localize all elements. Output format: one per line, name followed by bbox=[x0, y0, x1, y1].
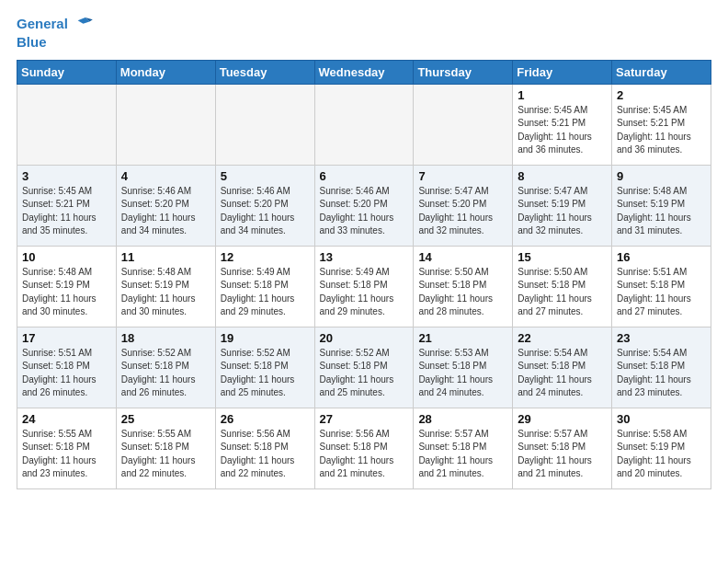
calendar-cell bbox=[17, 84, 117, 165]
calendar-cell: 10Sunrise: 5:48 AM Sunset: 5:19 PM Dayli… bbox=[17, 246, 117, 327]
calendar-cell: 4Sunrise: 5:46 AM Sunset: 5:20 PM Daylig… bbox=[116, 165, 215, 246]
day-info: Sunrise: 5:45 AM Sunset: 5:21 PM Dayligh… bbox=[22, 185, 111, 238]
day-number: 16 bbox=[617, 250, 706, 264]
day-info: Sunrise: 5:51 AM Sunset: 5:18 PM Dayligh… bbox=[22, 347, 111, 400]
calendar-cell: 29Sunrise: 5:57 AM Sunset: 5:18 PM Dayli… bbox=[513, 408, 612, 488]
calendar-cell: 5Sunrise: 5:46 AM Sunset: 5:20 PM Daylig… bbox=[215, 165, 314, 246]
day-info: Sunrise: 5:56 AM Sunset: 5:18 PM Dayligh… bbox=[221, 428, 310, 481]
day-number: 23 bbox=[617, 331, 706, 345]
day-number: 2 bbox=[617, 88, 706, 102]
day-info: Sunrise: 5:53 AM Sunset: 5:18 PM Dayligh… bbox=[418, 347, 507, 400]
weekday-header-row: SundayMondayTuesdayWednesdayThursdayFrid… bbox=[17, 60, 711, 84]
day-number: 13 bbox=[320, 250, 409, 264]
day-info: Sunrise: 5:55 AM Sunset: 5:18 PM Dayligh… bbox=[121, 428, 210, 481]
calendar-cell: 13Sunrise: 5:49 AM Sunset: 5:18 PM Dayli… bbox=[314, 246, 414, 327]
calendar-cell: 23Sunrise: 5:54 AM Sunset: 5:18 PM Dayli… bbox=[612, 327, 711, 408]
day-number: 21 bbox=[418, 331, 507, 345]
logo-text-blue: Blue bbox=[17, 35, 94, 51]
calendar-cell: 7Sunrise: 5:47 AM Sunset: 5:20 PM Daylig… bbox=[414, 165, 513, 246]
day-info: Sunrise: 5:56 AM Sunset: 5:18 PM Dayligh… bbox=[320, 428, 409, 481]
day-number: 28 bbox=[418, 412, 507, 426]
day-number: 1 bbox=[518, 88, 607, 102]
calendar-cell: 18Sunrise: 5:52 AM Sunset: 5:18 PM Dayli… bbox=[116, 327, 215, 408]
calendar-cell: 8Sunrise: 5:47 AM Sunset: 5:19 PM Daylig… bbox=[513, 165, 612, 246]
calendar-cell: 27Sunrise: 5:56 AM Sunset: 5:18 PM Dayli… bbox=[314, 408, 414, 488]
calendar-cell: 30Sunrise: 5:58 AM Sunset: 5:19 PM Dayli… bbox=[612, 408, 711, 488]
day-info: Sunrise: 5:45 AM Sunset: 5:21 PM Dayligh… bbox=[617, 104, 706, 157]
header: General Blue bbox=[17, 15, 711, 51]
calendar-week-5: 24Sunrise: 5:55 AM Sunset: 5:18 PM Dayli… bbox=[17, 408, 711, 488]
calendar-week-1: 1Sunrise: 5:45 AM Sunset: 5:21 PM Daylig… bbox=[17, 84, 711, 165]
day-info: Sunrise: 5:52 AM Sunset: 5:18 PM Dayligh… bbox=[221, 347, 310, 400]
calendar-cell bbox=[414, 84, 513, 165]
calendar-cell: 9Sunrise: 5:48 AM Sunset: 5:19 PM Daylig… bbox=[612, 165, 711, 246]
logo: General Blue bbox=[17, 15, 94, 51]
day-info: Sunrise: 5:46 AM Sunset: 5:20 PM Dayligh… bbox=[320, 185, 409, 238]
day-info: Sunrise: 5:55 AM Sunset: 5:18 PM Dayligh… bbox=[22, 428, 111, 481]
weekday-header-saturday: Saturday bbox=[612, 60, 711, 84]
calendar-cell: 21Sunrise: 5:53 AM Sunset: 5:18 PM Dayli… bbox=[414, 327, 513, 408]
calendar-cell: 25Sunrise: 5:55 AM Sunset: 5:18 PM Dayli… bbox=[116, 408, 215, 488]
day-info: Sunrise: 5:57 AM Sunset: 5:18 PM Dayligh… bbox=[418, 428, 507, 481]
day-info: Sunrise: 5:47 AM Sunset: 5:20 PM Dayligh… bbox=[418, 185, 507, 238]
day-number: 8 bbox=[518, 169, 607, 183]
calendar-cell: 20Sunrise: 5:52 AM Sunset: 5:18 PM Dayli… bbox=[314, 327, 414, 408]
calendar-cell: 19Sunrise: 5:52 AM Sunset: 5:18 PM Dayli… bbox=[215, 327, 314, 408]
weekday-header-thursday: Thursday bbox=[414, 60, 513, 84]
day-info: Sunrise: 5:58 AM Sunset: 5:19 PM Dayligh… bbox=[617, 428, 706, 481]
calendar-cell bbox=[314, 84, 414, 165]
calendar-table: SundayMondayTuesdayWednesdayThursdayFrid… bbox=[17, 60, 711, 489]
day-number: 7 bbox=[418, 169, 507, 183]
logo-text: General bbox=[17, 15, 94, 35]
day-number: 24 bbox=[22, 412, 111, 426]
calendar-cell: 2Sunrise: 5:45 AM Sunset: 5:21 PM Daylig… bbox=[612, 84, 711, 165]
calendar-cell: 12Sunrise: 5:49 AM Sunset: 5:18 PM Dayli… bbox=[215, 246, 314, 327]
day-info: Sunrise: 5:49 AM Sunset: 5:18 PM Dayligh… bbox=[221, 266, 310, 319]
weekday-header-friday: Friday bbox=[513, 60, 612, 84]
calendar-cell: 24Sunrise: 5:55 AM Sunset: 5:18 PM Dayli… bbox=[17, 408, 117, 488]
day-info: Sunrise: 5:54 AM Sunset: 5:18 PM Dayligh… bbox=[518, 347, 607, 400]
day-number: 4 bbox=[121, 169, 210, 183]
weekday-header-monday: Monday bbox=[116, 60, 215, 84]
day-number: 22 bbox=[518, 331, 607, 345]
day-number: 12 bbox=[221, 250, 310, 264]
day-number: 14 bbox=[418, 250, 507, 264]
day-info: Sunrise: 5:45 AM Sunset: 5:21 PM Dayligh… bbox=[518, 104, 607, 157]
day-info: Sunrise: 5:48 AM Sunset: 5:19 PM Dayligh… bbox=[617, 185, 706, 238]
day-number: 19 bbox=[221, 331, 310, 345]
day-number: 15 bbox=[518, 250, 607, 264]
day-number: 25 bbox=[121, 412, 210, 426]
calendar-cell bbox=[215, 84, 314, 165]
calendar-cell: 1Sunrise: 5:45 AM Sunset: 5:21 PM Daylig… bbox=[513, 84, 612, 165]
day-number: 30 bbox=[617, 412, 706, 426]
day-number: 27 bbox=[320, 412, 409, 426]
calendar-cell bbox=[116, 84, 215, 165]
calendar-cell: 28Sunrise: 5:57 AM Sunset: 5:18 PM Dayli… bbox=[414, 408, 513, 488]
day-info: Sunrise: 5:51 AM Sunset: 5:18 PM Dayligh… bbox=[617, 266, 706, 319]
day-info: Sunrise: 5:46 AM Sunset: 5:20 PM Dayligh… bbox=[121, 185, 210, 238]
calendar-cell: 6Sunrise: 5:46 AM Sunset: 5:20 PM Daylig… bbox=[314, 165, 414, 246]
calendar-week-2: 3Sunrise: 5:45 AM Sunset: 5:21 PM Daylig… bbox=[17, 165, 711, 246]
day-info: Sunrise: 5:52 AM Sunset: 5:18 PM Dayligh… bbox=[121, 347, 210, 400]
day-number: 17 bbox=[22, 331, 111, 345]
day-info: Sunrise: 5:48 AM Sunset: 5:19 PM Dayligh… bbox=[22, 266, 111, 319]
day-number: 9 bbox=[617, 169, 706, 183]
day-number: 10 bbox=[22, 250, 111, 264]
day-number: 26 bbox=[221, 412, 310, 426]
weekday-header-wednesday: Wednesday bbox=[314, 60, 414, 84]
weekday-header-sunday: Sunday bbox=[17, 60, 117, 84]
day-info: Sunrise: 5:54 AM Sunset: 5:18 PM Dayligh… bbox=[617, 347, 706, 400]
day-info: Sunrise: 5:49 AM Sunset: 5:18 PM Dayligh… bbox=[320, 266, 409, 319]
day-info: Sunrise: 5:48 AM Sunset: 5:19 PM Dayligh… bbox=[121, 266, 210, 319]
calendar-cell: 17Sunrise: 5:51 AM Sunset: 5:18 PM Dayli… bbox=[17, 327, 117, 408]
day-info: Sunrise: 5:50 AM Sunset: 5:18 PM Dayligh… bbox=[418, 266, 507, 319]
day-info: Sunrise: 5:47 AM Sunset: 5:19 PM Dayligh… bbox=[518, 185, 607, 238]
day-info: Sunrise: 5:52 AM Sunset: 5:18 PM Dayligh… bbox=[320, 347, 409, 400]
calendar-cell: 16Sunrise: 5:51 AM Sunset: 5:18 PM Dayli… bbox=[612, 246, 711, 327]
calendar-week-3: 10Sunrise: 5:48 AM Sunset: 5:19 PM Dayli… bbox=[17, 246, 711, 327]
day-info: Sunrise: 5:50 AM Sunset: 5:18 PM Dayligh… bbox=[518, 266, 607, 319]
calendar-cell: 26Sunrise: 5:56 AM Sunset: 5:18 PM Dayli… bbox=[215, 408, 314, 488]
day-number: 5 bbox=[221, 169, 310, 183]
day-info: Sunrise: 5:57 AM Sunset: 5:18 PM Dayligh… bbox=[518, 428, 607, 481]
weekday-header-tuesday: Tuesday bbox=[215, 60, 314, 84]
